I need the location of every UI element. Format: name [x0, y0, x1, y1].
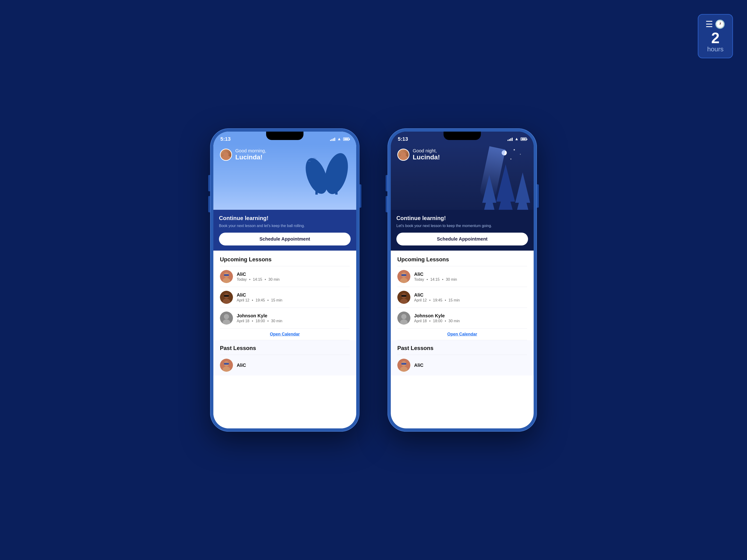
lesson-avatar-img-2-night — [397, 291, 410, 304]
side-button-power — [360, 184, 361, 208]
lesson-item-2-day[interactable]: AliC April 12 • 19:45 • 15 min — [213, 287, 356, 308]
content-area-night: Upcoming Lessons — [391, 250, 534, 428]
past-lesson-name-1-day: AliC — [237, 363, 246, 368]
past-lesson-avatar-1-day — [220, 358, 233, 372]
schedule-appointment-btn-night[interactable]: Schedule Appointment — [396, 233, 528, 245]
wifi-icon-day: ▲ — [337, 136, 341, 141]
lesson-avatar-2-night — [397, 291, 410, 304]
svg-rect-1 — [315, 190, 318, 195]
past-lessons-header-day: Past Lessons — [213, 340, 356, 355]
greeting-name-night: Lucinda! — [413, 154, 440, 161]
lesson-avatar-1-night — [397, 270, 410, 283]
lesson-avatar-img-3-day — [220, 312, 233, 325]
pine-tree-mid — [496, 164, 515, 210]
screen-content-night: 5:13 ▲ — [391, 132, 534, 428]
past-lesson-avatar-1-night — [397, 358, 410, 372]
past-lesson-info-1-night: AliC — [414, 363, 423, 368]
battery-fill-day — [344, 138, 348, 140]
past-lesson-item-1-day[interactable]: AliC — [213, 355, 356, 375]
side-button-volume-down — [208, 196, 210, 212]
pine-tree-left — [482, 175, 496, 210]
card-section-night: Continue learning! Let's book your next … — [391, 210, 534, 250]
past-lesson-item-1-night[interactable]: AliC — [391, 355, 534, 375]
notch-night — [443, 132, 481, 140]
past-lesson-avatar-img-1-night — [397, 358, 410, 372]
greeting-line1-night: Good night, — [413, 148, 440, 154]
signal-bar-n3 — [510, 138, 511, 141]
battery-fill-night — [521, 138, 526, 140]
signal-bar-1 — [330, 140, 331, 141]
svg-rect-7 — [224, 274, 229, 276]
lesson-info-2-night: AliC April 12 • 19:45 • 15 min — [414, 292, 460, 302]
avatar-lucinda-night — [397, 149, 409, 161]
lesson-details-3-day: April 18 • 18:00 • 30 min — [237, 319, 282, 323]
star-3 — [510, 158, 512, 160]
svg-rect-18 — [224, 363, 229, 365]
lesson-item-3-day[interactable]: Johnson Kyle April 18 • 18:00 • 30 min — [213, 308, 356, 328]
lesson-avatar-img-1-day — [220, 270, 233, 283]
hero-section-day: 〜 〜 Good morning, Lucinda! — [213, 144, 356, 210]
lesson-avatar-img-1-night — [397, 270, 410, 283]
lesson-item-1-day[interactable]: AliC Today • 14:15 • 30 min — [213, 266, 356, 287]
schedule-appointment-btn-day[interactable]: Schedule Appointment — [219, 233, 351, 245]
past-lessons-section-night: Past Lessons — [391, 340, 534, 375]
past-lessons-header-night: Past Lessons — [391, 340, 534, 355]
lesson-name-2-night: AliC — [414, 292, 460, 298]
day-decoration — [300, 148, 352, 195]
signal-bars-night — [508, 137, 513, 141]
past-lessons-section-day: Past Lessons — [213, 340, 356, 375]
lesson-info-1-night: AliC Today • 14:15 • 30 min — [414, 272, 457, 282]
signal-bar-n1 — [508, 140, 509, 141]
lesson-name-1-night: AliC — [414, 272, 457, 277]
svg-rect-26 — [401, 295, 406, 297]
lesson-item-2-night[interactable]: AliC April 12 • 19:45 • 15 min — [391, 287, 534, 308]
open-calendar-night[interactable]: Open Calendar — [391, 328, 534, 340]
phone-frame-day: 5:13 ▲ — [210, 128, 360, 432]
status-time-night: 5:13 — [398, 136, 408, 142]
lesson-details-1-night: Today • 14:15 • 30 min — [414, 277, 457, 282]
side-button-power-night — [537, 184, 539, 208]
timer-number: 2 — [711, 31, 720, 46]
star-2 — [520, 154, 521, 155]
phone-night: 5:13 ▲ — [387, 128, 537, 432]
lesson-info-3-day: Johnson Kyle April 18 • 18:00 • 30 min — [237, 313, 282, 323]
greeting-text-night: Good night, Lucinda! — [413, 148, 440, 161]
lesson-avatar-2-day — [220, 291, 233, 304]
svg-point-28 — [401, 314, 406, 319]
timer-icon: ☰🕐 — [705, 19, 725, 29]
lesson-item-3-night[interactable]: Johnson Kyle April 18 • 18:00 • 30 min — [391, 308, 534, 328]
status-time-day: 5:13 — [221, 136, 231, 142]
side-button-volume-up — [208, 175, 210, 191]
lesson-avatar-img-3-night — [397, 312, 410, 325]
lesson-details-1-day: Today • 14:15 • 30 min — [237, 277, 280, 282]
bird-2: 〜 — [308, 160, 311, 164]
lesson-name-3-day: Johnson Kyle — [237, 313, 282, 319]
greeting-line1-day: Good morning, — [235, 148, 266, 154]
signal-bar-4 — [334, 138, 335, 141]
avatar-lucinda-day — [220, 149, 232, 161]
svg-point-2 — [324, 153, 349, 195]
card-title-day: Continue learning! — [219, 215, 351, 221]
lesson-details-2-day: April 12 • 19:45 • 15 min — [237, 298, 282, 302]
screen-content-day: 5:13 ▲ — [213, 132, 356, 428]
past-lesson-name-1-night: AliC — [414, 363, 423, 368]
lesson-avatar-3-night — [397, 312, 410, 325]
open-calendar-day[interactable]: Open Calendar — [213, 328, 356, 340]
card-title-night: Continue learning! — [396, 215, 528, 221]
avatar-img-day — [221, 149, 231, 160]
phone-screen-day: 5:13 ▲ — [213, 132, 356, 428]
status-icons-day: ▲ — [330, 136, 349, 141]
past-lesson-avatar-img-1-day — [220, 358, 233, 372]
lesson-info-3-night: Johnson Kyle April 18 • 18:00 • 30 min — [414, 313, 460, 323]
lesson-item-1-night[interactable]: AliC Today • 14:15 • 30 min — [391, 266, 534, 287]
signal-bar-2 — [332, 139, 332, 141]
svg-rect-22 — [401, 274, 406, 276]
signal-bars-day — [330, 137, 335, 141]
notch-day — [266, 132, 304, 140]
battery-icon-night — [520, 137, 526, 141]
lesson-avatar-img-2-day — [220, 291, 233, 304]
upcoming-lessons-header-day: Upcoming Lessons — [213, 250, 356, 266]
lesson-info-2-day: AliC April 12 • 19:45 • 15 min — [237, 292, 282, 302]
bird-1: 〜 — [313, 156, 316, 161]
battery-icon-day — [343, 137, 349, 141]
